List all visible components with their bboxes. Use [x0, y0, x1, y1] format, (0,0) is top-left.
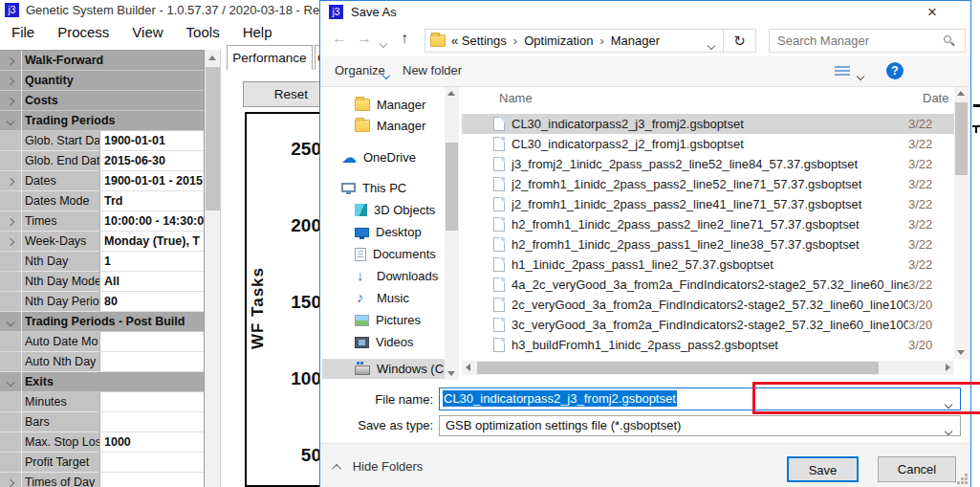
expander-cell[interactable]: [0, 131, 21, 151]
organize-button[interactable]: Organize: [335, 63, 385, 77]
column-header-date[interactable]: Date: [923, 91, 948, 105]
organize-dropdown-icon[interactable]: [382, 72, 390, 79]
expander-cell[interactable]: [0, 151, 21, 171]
new-folder-button[interactable]: New folder: [403, 63, 462, 77]
property-row[interactable]: Trading Periods: [0, 111, 204, 131]
breadcrumb-item-settings[interactable]: Settings: [462, 33, 507, 48]
expander-cell[interactable]: [0, 332, 21, 352]
column-header-name[interactable]: Name: [499, 91, 533, 105]
expander-cell[interactable]: [0, 171, 21, 191]
menu-process[interactable]: Process: [57, 20, 109, 45]
scrollbar-thumb[interactable]: [206, 67, 220, 210]
expander-cell[interactable]: [0, 51, 21, 71]
scroll-left-icon[interactable]: [466, 364, 470, 371]
property-value[interactable]: [99, 352, 204, 372]
property-value[interactable]: 1000: [99, 432, 204, 453]
scroll-up-icon[interactable]: [208, 55, 216, 60]
property-value[interactable]: [99, 453, 204, 473]
scrollbar-thumb[interactable]: [446, 143, 458, 231]
property-row[interactable]: Profit Target: [0, 453, 204, 473]
tab-performance[interactable]: Performance: [227, 45, 313, 70]
help-icon[interactable]: ?: [886, 62, 904, 79]
property-value[interactable]: [99, 332, 204, 352]
back-icon[interactable]: ←: [332, 30, 347, 47]
file-row[interactable]: j2_fromh1_1inidc_2pass_pass2_line52_line…: [462, 174, 954, 194]
sidebar-item-downloads[interactable]: Downloads: [322, 266, 445, 286]
expander-cell[interactable]: [0, 473, 21, 487]
property-value[interactable]: 2015-06-30: [99, 151, 204, 171]
file-row[interactable]: 2c_veryGood_3a_from2a_FindIndicators2-st…: [462, 295, 954, 315]
property-row[interactable]: Quantity: [0, 71, 204, 91]
property-value[interactable]: [99, 392, 204, 412]
sidebar-item-windows-c-[interactable]: Windows (C:): [322, 359, 445, 379]
filelist-vertical-scrollbar[interactable]: [954, 87, 969, 359]
resize-grip[interactable]: [965, 481, 968, 484]
file-row[interactable]: h2_fromh1_1inidc_2pass_pass1_line2_line3…: [462, 234, 954, 255]
sidebar-item-manager[interactable]: Manager: [322, 116, 445, 136]
scrollbar-thumb[interactable]: [955, 102, 968, 175]
sidebar-scrollbar[interactable]: [445, 87, 459, 380]
file-row[interactable]: 4a_2c_veryGood_3a_from2a_FindIndicators2…: [462, 275, 954, 295]
expander-cell[interactable]: [0, 292, 21, 312]
property-row[interactable]: Minutes: [0, 392, 204, 412]
property-row[interactable]: Times of Day: [0, 473, 204, 487]
property-value[interactable]: 80: [99, 292, 204, 312]
menu-tools[interactable]: Tools: [186, 20, 220, 45]
expander-cell[interactable]: [0, 71, 21, 91]
save-as-type-select[interactable]: GSB optimization settings file (*.gsbopt…: [439, 415, 961, 436]
property-row[interactable]: Trading Periods - Post Build: [0, 312, 204, 332]
property-value[interactable]: Trd: [99, 191, 204, 211]
expander-cell[interactable]: [0, 432, 21, 453]
sidebar-item-pictures[interactable]: Pictures: [322, 310, 445, 330]
expander-cell[interactable]: [0, 412, 21, 432]
cancel-button[interactable]: Cancel: [878, 456, 956, 482]
property-row[interactable]: Bars: [0, 412, 204, 432]
expander-cell[interactable]: [0, 232, 21, 252]
property-row[interactable]: Glob. End Date2015-06-30: [0, 151, 204, 171]
file-row[interactable]: h3_buildFromh1_1inidc_2pass_pass2.gsbopt…: [462, 335, 954, 355]
sidebar-item-3d-objects[interactable]: 3D Objects: [322, 200, 445, 220]
property-row[interactable]: Auto Nth Day: [0, 352, 204, 372]
file-row[interactable]: 3c_veryGood_3a_from2a_FindIndicators2-st…: [462, 315, 954, 335]
file-row[interactable]: CL30_indicatorpass2_j3_fromj2.gsboptset3…: [462, 114, 954, 134]
expander-cell[interactable]: [0, 272, 21, 292]
recent-locations-icon[interactable]: [380, 40, 387, 48]
sidebar-item-this-pc[interactable]: This PC: [322, 178, 445, 198]
expander-cell[interactable]: [0, 392, 21, 412]
property-row[interactable]: Walk-Forward: [0, 51, 204, 71]
expander-cell[interactable]: [0, 372, 21, 392]
property-row[interactable]: Glob. Start Da1900-01-01: [0, 131, 204, 151]
property-row[interactable]: Nth Day1: [0, 252, 204, 272]
file-row[interactable]: h1_1inidc_2pass_pass1_line2_57.37.gsbopt…: [462, 255, 954, 275]
expander-cell[interactable]: [0, 312, 21, 332]
scrollbar-thumb[interactable]: [477, 362, 879, 374]
file-row[interactable]: j2_fromh1_1inidc_2pass_pass2_line41_line…: [462, 194, 954, 214]
scroll-right-icon[interactable]: [946, 364, 950, 371]
expander-cell[interactable]: [0, 91, 21, 111]
expander-cell[interactable]: [0, 352, 21, 372]
property-row[interactable]: Exits: [0, 372, 204, 392]
property-value[interactable]: [99, 473, 204, 487]
expander-cell[interactable]: [0, 252, 21, 272]
menu-view[interactable]: View: [132, 20, 163, 45]
up-icon[interactable]: ↑: [401, 30, 408, 47]
breadcrumb[interactable]: « Settings›Optimization›Manager: [425, 29, 724, 53]
breadcrumb-item-optimization[interactable]: Optimization: [524, 33, 593, 48]
scroll-down-icon[interactable]: [957, 350, 965, 355]
filelist-horizontal-scrollbar[interactable]: [462, 361, 954, 375]
save-button[interactable]: Save: [787, 456, 859, 482]
menu-file[interactable]: File: [11, 20, 34, 45]
scroll-up-icon[interactable]: [447, 91, 455, 96]
chevron-down-icon[interactable]: [945, 428, 952, 435]
sidebar-item-desktop[interactable]: Desktop: [322, 222, 445, 242]
search-input[interactable]: [777, 32, 940, 50]
expander-cell[interactable]: [0, 453, 21, 473]
property-row[interactable]: Dates1900-01-01 - 2015: [0, 171, 204, 191]
property-row[interactable]: Auto Date Mo: [0, 332, 204, 352]
file-row[interactable]: j3_fromj2_1inidc_2pass_pass2_line52_line…: [462, 154, 954, 174]
property-value[interactable]: Monday (True), T: [99, 232, 204, 252]
expander-cell[interactable]: [0, 191, 21, 211]
expander-cell[interactable]: [0, 111, 21, 131]
property-row[interactable]: Week-DaysMonday (True), T: [0, 232, 204, 252]
property-row[interactable]: Nth Day Perio80: [0, 292, 204, 312]
